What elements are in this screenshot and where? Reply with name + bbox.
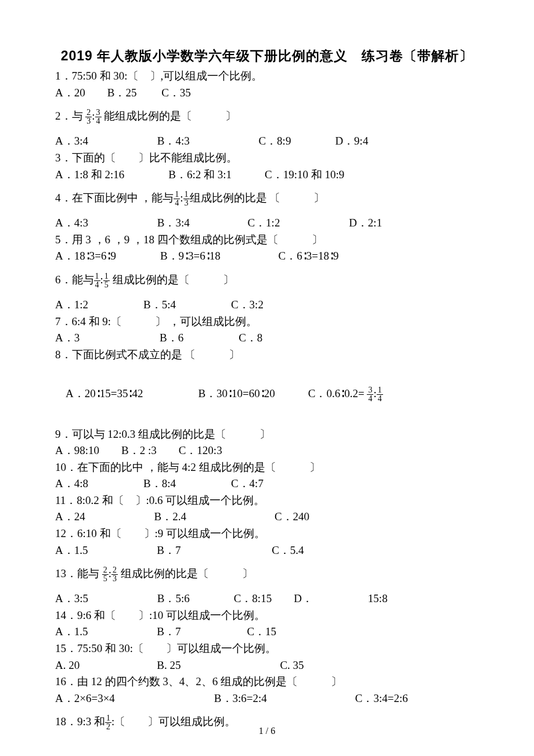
q16-options: A．2×6=3×4 B．3:6=2:4 C．3:4=2:6 [55, 691, 479, 707]
q15-text: 15．75:50 和 30:〔 〕可以组成一个比例。 [55, 641, 479, 657]
q8-options: A．20∶15=35∶42 B．30∶10=60∶20 C．0.6∶0.2= 3… [55, 370, 479, 418]
document-title: 2019 年人教版小学数学六年级下册比例的意义 练习卷〔带解析〕 [55, 46, 479, 65]
q11-options: A．24 B．2.4 C．240 [55, 509, 479, 525]
q2-options: A．3:4 B．4:3 C．8:9 D．9:4 [55, 134, 479, 149]
q4-options: A．4:3 B．3:4 C．1:2 D．2:1 [55, 215, 479, 231]
q10-text: 10．在下面的比中 ，能与 4:2 组成比例的是〔 〕 [55, 460, 479, 476]
fraction-2-3: 23 [85, 109, 92, 125]
q1-text: 1．75:50 和 30:〔 〕,可以组成一个比例。 [55, 69, 479, 84]
q13-pre: 13．能与 [55, 567, 102, 579]
q16-text: 16．由 12 的四个约数 3、4、2、6 组成的比例是〔 〕 [55, 674, 479, 690]
q8-text: 8．下面比例式不成立的是 〔 〕 [55, 347, 479, 363]
q6-options: A．1:2 B．5:4 C．3:2 [55, 297, 479, 313]
q1-options: A．20 B．25 C．35 [55, 85, 479, 101]
q9-text: 9．可以与 12:0.3 组成比例的比是〔 〕 [55, 427, 479, 442]
q12-options: A．1.5 B．7 C．5.4 [55, 543, 479, 559]
q15-options: A. 20 B. 25 C. 35 [55, 658, 479, 674]
q7-options: A．3 B．6 C．8 [55, 330, 479, 346]
q11-text: 11．8:0.2 和〔 〕:0.6 可以组成一个比例。 [55, 493, 479, 509]
q13-post: 组成比例的比是〔 〕 [121, 567, 253, 579]
page-number: 1 / 6 [0, 725, 534, 737]
fraction-3-4: 34 [95, 109, 102, 125]
q2-text: 2．与 23:34 能组成比例的是〔 〕 [55, 109, 479, 125]
q5-text: 5．用 3 ，6 ，9 ，18 四个数组成的比例式是〔 〕 [55, 232, 479, 248]
q10-options: A．4:8 B．8:4 C．4:7 [55, 476, 479, 492]
q2-post: 能组成比例的是〔 〕 [104, 110, 236, 122]
fraction-1-4: 14 [174, 190, 180, 207]
q7-text: 7．6:4 和 9:〔 〕 ，可以组成比例。 [55, 314, 479, 330]
q9-options: A．98:10 B．2 :3 C．120:3 [55, 443, 479, 459]
fraction-2-5: 25 [102, 566, 109, 583]
q2-pre: 2．与 [55, 110, 85, 122]
q3-text: 3．下面的〔 〕比不能组成比例。 [55, 150, 479, 166]
q6-text: 6．能与14:15 组成比例的是〔 〕 [55, 272, 479, 289]
fraction-1-4c: 14 [377, 386, 383, 403]
q4-pre: 4．在下面比例中 ，能与 [55, 192, 174, 204]
q14-text: 14．9:6 和〔 〕:10 可以组成一个比例。 [55, 608, 479, 624]
fraction-1-3: 13 [183, 190, 190, 207]
q6-pre: 6．能与 [55, 273, 94, 286]
page-container: 2019 年人教版小学数学六年级下册比例的意义 练习卷〔带解析〕 1．75:50… [0, 0, 534, 744]
q4-post: 组成比例的比是 〔 〕 [190, 192, 325, 204]
fraction-3-4b: 34 [367, 386, 373, 403]
fraction-1-4b: 14 [94, 272, 100, 289]
fraction-1-5: 15 [103, 272, 110, 289]
q4-text: 4．在下面比例中 ，能与14:13组成比例的比是 〔 〕 [55, 190, 479, 207]
fraction-2-3b: 23 [111, 566, 118, 583]
q3-options: A．1:8 和 2:16 B．6:2 和 3:1 C．19:10 和 10:9 [55, 167, 479, 183]
q13-text: 13．能与 25:23 组成比例的比是〔 〕 [55, 566, 479, 583]
q5-options: A．18∶3=6∶9 B．9∶3=6∶18 C．6∶3=18∶9 [55, 249, 479, 264]
q8-opts-pre: A．20∶15=35∶42 B．30∶10=60∶20 C．0.6∶0.2= [66, 387, 367, 399]
q13-options: A．3:5 B．5:6 C．8:15 D． 15:8 [55, 591, 479, 607]
q14-options: A．1.5 B．7 C．15 [55, 624, 479, 640]
q6-post: 组成比例的是〔 〕 [113, 273, 234, 286]
q12-text: 12．6:10 和〔 〕:9 可以组成一个比例。 [55, 526, 479, 542]
